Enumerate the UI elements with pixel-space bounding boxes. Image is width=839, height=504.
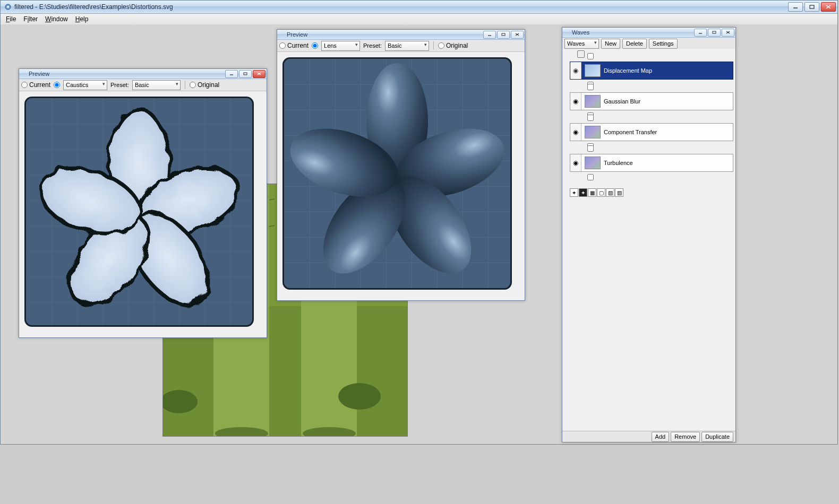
- preview-lens-toolbar: Current Lens Preset: Basic Original: [277, 40, 525, 52]
- label-preset-caustics: Preset:: [110, 82, 129, 88]
- preview-caustics-minimize[interactable]: [225, 70, 238, 78]
- node-gaussian-blur[interactable]: ◉ Gaussian Blur: [570, 92, 733, 110]
- node-displacement-map[interactable]: ◉ Displacement Map: [570, 62, 733, 80]
- preview-caustics-close[interactable]: [253, 70, 266, 78]
- combo-mode-lens[interactable]: Lens: [321, 41, 360, 51]
- eye-icon[interactable]: ◉: [570, 93, 581, 110]
- waves-graph-area[interactable]: ◉ Displacement Map ◉ Gaussian Blur: [562, 49, 735, 430]
- minimize-button[interactable]: [788, 2, 803, 12]
- preview-caustics-maximize[interactable]: [239, 70, 252, 78]
- radio-mode-caustics[interactable]: [54, 82, 60, 88]
- lens-flower: [284, 59, 510, 288]
- label-preset-lens: Preset:: [363, 42, 382, 49]
- radio-original-caustics[interactable]: Original: [190, 81, 219, 89]
- main-titlebar[interactable]: filtered - E:\Studies\filtered\res\Examp…: [1, 1, 837, 14]
- preview-lens-title: Preview: [277, 31, 483, 38]
- menu-window[interactable]: Window: [42, 14, 71, 24]
- waves-node-list: ◉ Displacement Map ◉ Gaussian Blur: [562, 59, 735, 187]
- preview-caustics-canvas: [24, 97, 254, 327]
- preview-window-lens[interactable]: Preview Current Lens Preset: Basic: [277, 29, 525, 301]
- connector-icon[interactable]: [587, 53, 594, 59]
- preview-lens-canvas: [282, 57, 512, 290]
- waves-panel[interactable]: Waves Waves New Delete Settings: [562, 27, 736, 442]
- combo-preset-caustics[interactable]: Basic: [132, 80, 181, 90]
- connector-icon[interactable]: [587, 145, 594, 152]
- app-icon: [4, 3, 12, 11]
- radio-original-lens[interactable]: Original: [438, 42, 468, 49]
- eye-icon[interactable]: ◉: [570, 154, 581, 171]
- waves-duplicate-button[interactable]: Duplicate: [701, 432, 733, 442]
- preview-caustics-titlebar[interactable]: Preview: [19, 69, 267, 79]
- close-button[interactable]: [821, 2, 836, 12]
- waves-title: Waves: [562, 29, 694, 36]
- node-thumb: [585, 157, 601, 169]
- waves-delete-button[interactable]: Delete: [622, 39, 647, 49]
- waves-remove-button[interactable]: Remove: [671, 432, 700, 442]
- node-thumb: [585, 126, 601, 138]
- combo-mode-caustics[interactable]: Caustics: [63, 80, 107, 90]
- radio-current-caustics[interactable]: Current: [21, 81, 50, 89]
- maximize-button[interactable]: [804, 2, 819, 12]
- svg-point-20: [338, 383, 381, 410]
- preview-lens-close[interactable]: [511, 31, 524, 39]
- node-component-transfer[interactable]: ◉ Component Transfer: [570, 123, 733, 141]
- svg-rect-37: [713, 31, 716, 33]
- waves-minimize[interactable]: [694, 29, 707, 37]
- separator: [433, 41, 434, 50]
- waves-add-button[interactable]: Add: [652, 432, 670, 442]
- waves-maximize[interactable]: [708, 29, 721, 37]
- source-icon[interactable]: ✦: [579, 188, 587, 197]
- waves-toolbar: Waves New Delete Settings: [562, 38, 735, 50]
- separator: [185, 81, 185, 89]
- radio-current-lens[interactable]: Current: [279, 42, 309, 49]
- waves-close[interactable]: [722, 29, 734, 37]
- menu-help[interactable]: Help: [72, 14, 92, 24]
- waves-filter-combo[interactable]: Waves: [564, 39, 599, 49]
- source-icon[interactable]: ▧: [615, 188, 623, 197]
- svg-rect-23: [502, 33, 505, 36]
- waves-settings-button[interactable]: Settings: [649, 39, 678, 49]
- source-icon[interactable]: ✦: [570, 188, 578, 197]
- main-window: filtered - E:\Studies\filtered\res\Examp…: [0, 0, 838, 445]
- svg-point-1: [7, 6, 9, 8]
- source-icon[interactable]: ▦: [588, 188, 596, 197]
- node-label: Displacement Map: [604, 67, 652, 74]
- window-buttons: [788, 2, 836, 12]
- node-label: Component Transfer: [604, 129, 657, 135]
- preview-caustics-title: Preview: [19, 71, 225, 77]
- preview-lens-titlebar[interactable]: Preview: [277, 30, 525, 40]
- waves-titlebar[interactable]: Waves: [562, 28, 735, 38]
- eye-icon[interactable]: ◉: [570, 62, 581, 79]
- source-icon[interactable]: ▨: [606, 188, 614, 197]
- connector-icon[interactable]: [587, 174, 594, 180]
- node-label: Gaussian Blur: [604, 98, 640, 105]
- preview-lens-minimize[interactable]: [483, 31, 496, 39]
- waves-footer: Add Remove Duplicate: [562, 431, 735, 442]
- input-source-icons: ✦ ✦ ▦ ▢ ▨ ▧: [562, 187, 735, 198]
- output-node-icon[interactable]: [577, 50, 585, 58]
- svg-rect-30: [244, 73, 247, 75]
- node-thumb: [585, 64, 601, 77]
- svg-rect-3: [810, 5, 814, 8]
- radio-mode-lens[interactable]: [312, 42, 318, 49]
- preview-window-caustics[interactable]: Preview Current Caustics Preset: Basic: [19, 68, 267, 338]
- menu-bar: File Filter Window Help: [1, 14, 837, 25]
- eye-icon[interactable]: ◉: [570, 124, 581, 141]
- connector-icon[interactable]: [587, 84, 594, 90]
- waves-new-button[interactable]: New: [601, 39, 620, 49]
- node-thumb: [585, 95, 601, 108]
- main-title: filtered - E:\Studies\filtered\res\Examp…: [14, 3, 788, 11]
- caustics-flower: [26, 98, 252, 325]
- node-turbulence[interactable]: ◉ Turbulence: [570, 154, 733, 172]
- menu-filter[interactable]: Filter: [20, 14, 41, 24]
- connector-icon[interactable]: [587, 115, 594, 121]
- mdi-area: Preview Current Lens Preset: Basic: [1, 24, 837, 444]
- node-label: Turbulence: [604, 160, 633, 166]
- preview-lens-maximize[interactable]: [497, 31, 510, 39]
- source-icon[interactable]: ▢: [597, 188, 605, 197]
- menu-file[interactable]: File: [3, 14, 19, 24]
- preview-caustics-toolbar: Current Caustics Preset: Basic Original: [19, 79, 267, 91]
- combo-preset-lens[interactable]: Basic: [385, 41, 429, 51]
